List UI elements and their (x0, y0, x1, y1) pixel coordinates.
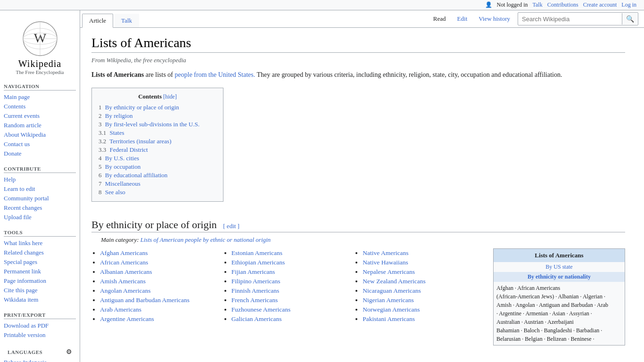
current-events-link[interactable]: Current events (4, 112, 40, 119)
create-account-link[interactable]: Create account (583, 1, 617, 8)
toc-link-1[interactable]: 1 By ethnicity or place of origin (99, 104, 179, 111)
albanian-americans-link[interactable]: Albanian Americans (100, 268, 152, 275)
nicaraguan-americans-link[interactable]: Nicaraguan Americans (363, 287, 421, 294)
sidebar-item-contents[interactable]: Contents (4, 102, 76, 111)
sidebar-item-wikidataitem[interactable]: Wikidata item (4, 295, 76, 304)
finnish-americans-link[interactable]: Finnish Americans (231, 287, 280, 294)
related-changes-link[interactable]: Related changes (4, 249, 44, 256)
antiguan-barbudan-americans-link[interactable]: Antiguan and Barbudan Americans (100, 296, 190, 304)
talk-link[interactable]: Talk (533, 1, 543, 8)
sidebar-item-aboutwiki[interactable]: About Wikipedia (4, 130, 76, 140)
bahasa-indonesia-link[interactable]: Bahasa Indonesia (4, 359, 47, 362)
galician-americans-link[interactable]: Galician Americans (231, 315, 282, 322)
new-zealand-americans-link[interactable]: New Zealand Americans (363, 278, 425, 285)
native-hawaiians-link[interactable]: Native Hawaiians (363, 259, 408, 266)
recent-changes-link[interactable]: Recent changes (4, 204, 42, 211)
filipino-americans-link[interactable]: Filipino Americans (231, 278, 281, 285)
norwegian-americans-link[interactable]: Norwegian Americans (363, 306, 420, 313)
french-americans-link[interactable]: French Americans (231, 296, 278, 304)
download-pdf-link[interactable]: Download as PDF (4, 322, 49, 329)
african-americans-link[interactable]: African Americans (100, 259, 148, 266)
donate-link[interactable]: Donate (4, 150, 22, 157)
learn-to-edit-link[interactable]: Learn to edit (4, 185, 35, 192)
tab-talk[interactable]: Talk (114, 14, 139, 27)
wikidata-item-link[interactable]: Wikidata item (4, 296, 38, 303)
intro-paragraph: Lists of Americans are lists of people f… (91, 70, 625, 80)
sidebar-item-relatedchanges[interactable]: Related changes (4, 248, 76, 257)
sidebar-item-recentchanges[interactable]: Recent changes (4, 203, 76, 213)
action-viewhistory[interactable]: View history (475, 13, 514, 25)
sidebar-item-specialpages[interactable]: Special pages (4, 257, 76, 267)
toc-link-32[interactable]: 3.2 Territories (insular areas) (99, 138, 171, 145)
print-title: Print/export (4, 310, 76, 319)
sidebar-item-donate[interactable]: Donate (4, 149, 76, 158)
ethiopian-americans-link[interactable]: Ethiopian Americans (231, 259, 285, 266)
special-pages-link[interactable]: Special pages (4, 258, 37, 265)
arab-americans-link[interactable]: Arab Americans (100, 306, 141, 313)
toc-link-4[interactable]: 4 By U.S. cities (99, 155, 139, 162)
sidebar-item-pageinfo[interactable]: Page information (4, 276, 76, 286)
action-read[interactable]: Read (429, 13, 450, 25)
infobox-subtitle1[interactable]: By US state (494, 262, 625, 272)
sidebar-item-bahasaindonesia[interactable]: Bahasa Indonesia (4, 358, 76, 362)
main-page-link[interactable]: Main page (4, 93, 30, 100)
contact-us-link[interactable]: Contact us (4, 140, 30, 148)
intro-link[interactable]: people from the United States. (175, 71, 256, 78)
about-wikipedia-link[interactable]: About Wikipedia (4, 131, 46, 138)
estonian-americans-link[interactable]: Estonian Americans (231, 249, 282, 256)
cite-this-page-link[interactable]: Cite this page (4, 287, 38, 294)
toc-link-33[interactable]: 3.3 Federal District (99, 146, 148, 153)
search-input[interactable] (518, 14, 622, 25)
argentine-americans-link[interactable]: Argentine Americans (100, 315, 154, 322)
sidebar-item-communityportal[interactable]: Community portal (4, 194, 76, 203)
search-button[interactable]: 🔍 (622, 13, 638, 25)
toc-link-31[interactable]: 3.1 States (99, 129, 124, 136)
sidebar-item-printable[interactable]: Printable version (4, 330, 76, 340)
contributions-link[interactable]: Contributions (547, 1, 578, 8)
sidebar-item-downloadpdf[interactable]: Download as PDF (4, 321, 76, 330)
contents-link[interactable]: Contents (4, 103, 25, 110)
angolan-americans-link[interactable]: Angolan Americans (100, 287, 151, 294)
fijian-americans-link[interactable]: Fijian Americans (231, 268, 275, 275)
sidebar-item-randomarticle[interactable]: Random article (4, 121, 76, 130)
afghan-americans-link[interactable]: Afghan Americans (100, 249, 148, 256)
nepalese-americans-link[interactable]: Nepalese Americans (363, 268, 415, 275)
help-link[interactable]: Help (4, 176, 16, 183)
main-category-link[interactable]: Lists of American people by ethnic or na… (140, 236, 271, 243)
printable-version-link[interactable]: Printable version (4, 331, 45, 338)
random-article-link[interactable]: Random article (4, 122, 41, 129)
sidebar-item-citethispage[interactable]: Cite this page (4, 286, 76, 295)
toc-link-7[interactable]: 7 Miscellaneous (99, 180, 140, 187)
toc-link-8[interactable]: 8 See also (99, 189, 125, 196)
sidebar-item-uploadfile[interactable]: Upload file (4, 213, 76, 222)
sidebar-item-help[interactable]: Help (4, 175, 76, 184)
toc-hide-button[interactable]: [hide] (163, 93, 177, 100)
nigerian-americans-link[interactable]: Nigerian Americans (363, 296, 413, 304)
pakistani-americans-link[interactable]: Pakistani Americans (363, 315, 415, 322)
user-icon: 👤 (485, 1, 492, 8)
toc-link-6[interactable]: 6 By educational affiliation (99, 172, 167, 179)
permanent-link-link[interactable]: Permanent link (4, 268, 41, 275)
sidebar-item-mainpage[interactable]: Main page (4, 92, 76, 102)
section-edit-link[interactable]: [ edit ] (223, 222, 239, 230)
page-information-link[interactable]: Page information (4, 277, 46, 284)
amish-americans-link[interactable]: Amish Americans (100, 278, 146, 285)
tab-article[interactable]: Article (82, 14, 113, 28)
sidebar-item-currentevents[interactable]: Current events (4, 111, 76, 121)
gear-icon[interactable]: ⚙ (66, 348, 72, 356)
sidebar-item-permanentlink[interactable]: Permanent link (4, 267, 76, 276)
sidebar-item-whatlinkshere[interactable]: What links here (4, 239, 76, 248)
fuzhounese-americans-link[interactable]: Fuzhounese Americans (231, 306, 291, 313)
toc-link-2[interactable]: 2 By religion (99, 112, 133, 119)
log-in-link[interactable]: Log in (621, 1, 636, 8)
action-edit[interactable]: Edit (454, 13, 471, 25)
toc-link-3[interactable]: 3 By first-level sub-divisions in the U.… (99, 121, 199, 128)
upload-file-link[interactable]: Upload file (4, 214, 32, 221)
edit-link-anchor[interactable]: edit (227, 222, 236, 230)
community-portal-link[interactable]: Community portal (4, 195, 49, 202)
native-americans-link[interactable]: Native Americans (363, 249, 408, 256)
sidebar-item-learntoedit[interactable]: Learn to edit (4, 184, 76, 194)
sidebar-item-contactus[interactable]: Contact us (4, 140, 76, 149)
what-links-here-link[interactable]: What links here (4, 239, 42, 247)
toc-link-5[interactable]: 5 By occupation (99, 163, 140, 170)
